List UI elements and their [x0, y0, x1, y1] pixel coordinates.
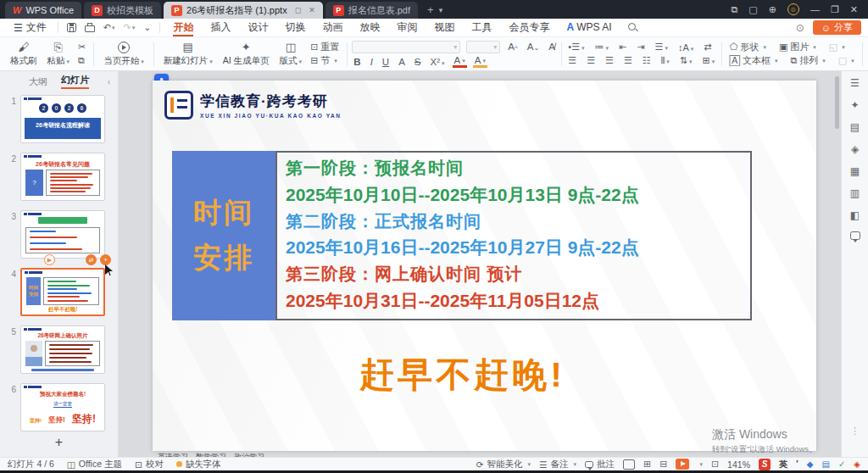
sogou-board-icon[interactable]: ▤ [821, 459, 829, 469]
slide-sorter-view-button[interactable]: ⊞ [643, 459, 651, 470]
close-button[interactable]: ✕ [850, 4, 858, 15]
decrease-indent-button[interactable]: ⇤ [617, 42, 629, 53]
beautify-icon[interactable]: ✦ [850, 99, 859, 111]
more-dots-icon[interactable]: ⋮ [850, 426, 860, 457]
material-icon[interactable]: ▦ [850, 165, 860, 177]
font-color-button[interactable]: A▾ [453, 56, 467, 68]
save-button[interactable] [63, 23, 81, 32]
tab-review[interactable]: 审阅 [388, 19, 426, 36]
tab-slideshow[interactable]: 放映 [351, 19, 388, 36]
settings-icon[interactable]: ⊙ [796, 22, 804, 34]
print-button[interactable] [81, 23, 99, 32]
play-from-page-button[interactable]: 当页开始▾ [98, 39, 149, 70]
side-label-box[interactable]: 时间 安排 [172, 151, 275, 320]
strikethrough-button[interactable]: S [413, 57, 423, 67]
format-painter-button[interactable]: 🖌 格式刷 [5, 39, 42, 70]
new-slide-button[interactable]: ▤ 新建幻灯片▾ [159, 39, 218, 70]
paste-button[interactable]: ⎘ 粘贴▾ [42, 39, 75, 70]
undo-button[interactable]: ↶▾ [99, 22, 120, 33]
app-tab[interactable]: W WPS Office [5, 2, 81, 19]
reading-view-button[interactable]: ⊟ [659, 459, 667, 470]
play-slide-button[interactable]: ▶ [44, 254, 55, 265]
group-button[interactable]: ▢▾ [835, 55, 858, 66]
bullet-list-button[interactable]: •☰▾ [566, 42, 587, 53]
sogou-lang-icon[interactable]: 英 [779, 459, 787, 470]
justify-button[interactable]: ☰ [621, 55, 634, 66]
redo-button[interactable]: ↷▾ [120, 22, 140, 33]
swap-slide-button[interactable]: ⇄ [86, 254, 97, 265]
new-tab-button[interactable]: + [427, 2, 434, 19]
tab-docer-templates[interactable]: D 校招类模板 [84, 2, 161, 19]
fullscreen-icon[interactable]: ⊡ [711, 459, 719, 470]
tab-member[interactable]: 会员专享 [500, 19, 558, 36]
restore-button[interactable]: ❐ [831, 4, 839, 15]
minimize-button[interactable]: — [810, 4, 820, 14]
slide-6-thumbnail[interactable]: 预祝大家金榜题名! 请一定要 坚持! 坚持! 坚持! [20, 383, 105, 431]
bold-button[interactable]: B [352, 57, 362, 67]
layout-button[interactable]: ◫ 版式▾ [275, 39, 308, 70]
slide-1-thumbnail[interactable]: 2 0 2 6 26考研报名流程解读 [20, 95, 105, 143]
superscript-button[interactable]: X²▾ [429, 57, 447, 67]
decrease-font-button[interactable]: A⌄ [526, 42, 541, 52]
sogou-punct-icon[interactable]: ’ [796, 459, 798, 469]
reset-button[interactable]: ⊡重置 [307, 42, 342, 53]
slogan-text[interactable]: 赶早不赶晚! [153, 352, 772, 398]
sogou-emoji-icon[interactable]: ◆ [807, 459, 814, 469]
align-center-button[interactable]: ☰ [585, 55, 598, 66]
quickbar-more-chevron-icon[interactable]: ⌄ [139, 22, 155, 33]
workspace-icon[interactable]: ▢ [748, 4, 757, 15]
smart-typeset-button[interactable]: ⇄ [702, 42, 714, 53]
tab-tools[interactable]: 工具 [463, 19, 500, 36]
vertical-scrollbar[interactable] [835, 76, 839, 129]
comments-button[interactable]: 批注 [585, 459, 615, 470]
design-icon[interactable]: ▤ [850, 121, 860, 133]
tab-insert[interactable]: 插入 [202, 19, 239, 36]
ai-generate-button[interactable]: ✦ AI 生成单页 [218, 39, 275, 70]
search-button[interactable] [620, 19, 644, 36]
add-slide-button[interactable]: + [100, 254, 111, 265]
tab-view[interactable]: 视图 [426, 19, 463, 36]
picture-button[interactable]: ▣图片▾ [776, 42, 820, 53]
smart-beautify-button[interactable]: ⟳ 智能美化▾ [476, 459, 531, 470]
columns-button[interactable]: ⫴▾ [659, 55, 671, 66]
text-direction-button[interactable]: ☰▾ [653, 42, 670, 53]
shapes-button[interactable]: ⬠形状▾ [726, 42, 770, 53]
theme-button[interactable]: ◫ Office 主题 [67, 459, 122, 470]
copy-button[interactable]: ⧉ [75, 55, 89, 66]
missing-font-button[interactable]: 缺失字体 [176, 459, 221, 470]
tab-presentation[interactable]: P 26考研报名指导 (1).pptx ◻ ✕ [164, 2, 323, 19]
tab-outline[interactable]: 大纲 [29, 75, 47, 88]
numbered-list-button[interactable]: ≔▾ [593, 42, 611, 53]
textbox-button[interactable]: 🄰文本框▾ [726, 55, 782, 66]
tab-design[interactable]: 设计 [239, 19, 276, 36]
file-menu[interactable]: ☰ 文件 [7, 20, 53, 35]
new-slide-plus-button[interactable]: + [0, 431, 118, 457]
slide-2-thumbnail[interactable]: 26考研报名常见问题 ? [20, 153, 105, 201]
distribute-button[interactable]: ☷ [640, 55, 653, 66]
editing-canvas[interactable]: A 学信教育·跨考考研 XUE XIN JIAO YU·KUA KAO KAO … [119, 71, 841, 457]
arrange-button[interactable]: ⧉排列▾ [787, 55, 828, 66]
sogou-input-icon[interactable]: S [759, 459, 771, 470]
window-switch-icon[interactable]: ⧉ [731, 4, 737, 15]
section-button[interactable]: ⊟节▾ [307, 55, 342, 66]
shadow-button[interactable]: A [397, 57, 407, 67]
sogou-check-icon[interactable]: ✓ [838, 459, 845, 469]
close-tab-icon[interactable]: ✕ [309, 6, 315, 14]
notes-button[interactable]: ☰ 备注▾ [539, 459, 576, 470]
globe-icon[interactable]: ⊕ [769, 4, 776, 15]
comment-icon[interactable] [850, 231, 860, 240]
zoom-level[interactable]: 141% [727, 459, 750, 470]
slide-3-thumbnail[interactable] [20, 210, 105, 259]
line-spacing-button[interactable]: ↕A▾ [676, 42, 695, 53]
pin-tab-icon[interactable]: ◻ [295, 6, 301, 14]
share-button[interactable]: ☺ 分享 [813, 20, 861, 35]
sogou-tool-icon[interactable]: ◈ [854, 459, 860, 469]
highlight-color-button[interactable]: A▾ [473, 56, 487, 68]
paragraph-more-button[interactable]: ⊞▾ [700, 55, 717, 66]
slide-5-thumbnail[interactable]: 26考研网上确认照片 [20, 326, 105, 374]
tab-animation[interactable]: 动画 [314, 19, 351, 36]
font-family-select[interactable]: ▾ [352, 41, 460, 53]
cut-button[interactable]: ✂ [75, 42, 89, 53]
tab-home[interactable]: 开始 [164, 19, 202, 36]
font-size-select[interactable]: ▾ [466, 41, 500, 53]
